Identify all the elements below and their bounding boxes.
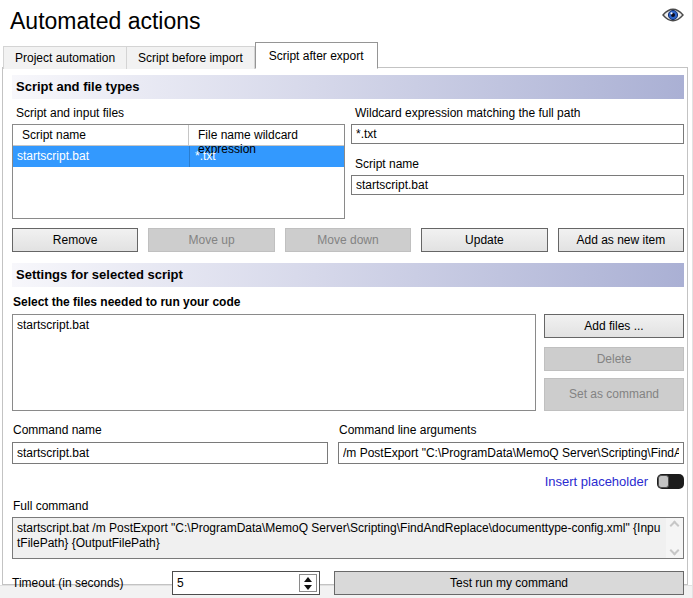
section-header-script-file-types: Script and file types bbox=[12, 75, 684, 99]
files-button-column: Add files ... Delete Set as command bbox=[544, 314, 684, 411]
timeout-input[interactable] bbox=[173, 572, 319, 594]
files-needed-label: Select the files needed to run your code bbox=[13, 295, 684, 309]
full-command-box: startscript.bat /m PostExport "C:\Progra… bbox=[12, 517, 684, 559]
update-button[interactable]: Update bbox=[421, 228, 547, 252]
script-input-files-label: Script and input files bbox=[16, 106, 345, 120]
script-files-listbox[interactable]: startscript.bat bbox=[12, 314, 536, 411]
spinner-buttons bbox=[299, 574, 317, 592]
table-row[interactable]: startscript.bat *.txt bbox=[13, 146, 344, 167]
tab-project-automation[interactable]: Project automation bbox=[3, 46, 127, 69]
scroll-up-icon[interactable] bbox=[670, 521, 680, 531]
insert-placeholder-link[interactable]: Insert placeholder bbox=[545, 474, 648, 489]
full-command-text: startscript.bat /m PostExport "C:\Progra… bbox=[13, 518, 666, 558]
delete-button[interactable]: Delete bbox=[544, 347, 684, 371]
set-as-command-button[interactable]: Set as command bbox=[544, 378, 684, 411]
timeout-label: Timeout (in seconds) bbox=[12, 576, 172, 590]
script-files-table[interactable]: Script name File name wildcard expressio… bbox=[12, 124, 345, 219]
column-header-script-name[interactable]: Script name bbox=[13, 125, 189, 145]
command-line-arguments-label: Command line arguments bbox=[339, 423, 684, 437]
move-up-button[interactable]: Move up bbox=[148, 228, 274, 252]
full-command-label: Full command bbox=[13, 499, 684, 513]
command-name-input[interactable] bbox=[12, 442, 328, 464]
list-item[interactable]: startscript.bat bbox=[16, 317, 532, 333]
tab-page: Script and file types Script and input f… bbox=[2, 67, 688, 585]
spin-down-button[interactable] bbox=[300, 583, 316, 591]
script-name-label: Script name bbox=[355, 157, 684, 171]
wildcard-expression-input[interactable] bbox=[351, 124, 684, 144]
move-down-button[interactable]: Move down bbox=[285, 228, 411, 252]
cell-script-name: startscript.bat bbox=[13, 146, 189, 167]
script-name-input[interactable] bbox=[351, 175, 684, 195]
tab-script-before-import[interactable]: Script before import bbox=[127, 46, 255, 69]
up-arrow-icon bbox=[304, 577, 312, 582]
table-header-row: Script name File name wildcard expressio… bbox=[13, 125, 344, 146]
command-line-arguments-input[interactable] bbox=[338, 442, 684, 464]
command-name-label: Command name bbox=[13, 423, 328, 437]
scroll-down-icon[interactable] bbox=[670, 546, 680, 556]
timeout-spinner[interactable] bbox=[172, 571, 320, 595]
test-run-command-button[interactable]: Test run my command bbox=[334, 571, 684, 595]
tab-script-after-export[interactable]: Script after export bbox=[255, 42, 378, 69]
eye-icon[interactable] bbox=[662, 7, 684, 23]
insert-placeholder-toggle[interactable] bbox=[657, 474, 684, 489]
toggle-knob bbox=[658, 475, 669, 488]
full-command-scrollbar[interactable] bbox=[666, 518, 683, 558]
add-files-button[interactable]: Add files ... bbox=[544, 314, 684, 338]
down-arrow-icon bbox=[304, 585, 312, 590]
wildcard-expression-label: Wildcard expression matching the full pa… bbox=[355, 106, 684, 120]
remove-button[interactable]: Remove bbox=[12, 228, 138, 252]
table-button-row: Remove Move up Move down Update Add as n… bbox=[12, 228, 684, 252]
section-header-settings: Settings for selected script bbox=[12, 263, 684, 287]
add-as-new-item-button[interactable]: Add as new item bbox=[558, 228, 684, 252]
column-header-wildcard[interactable]: File name wildcard expression bbox=[189, 125, 344, 145]
title-bar: Automated actions bbox=[0, 0, 692, 42]
page-title: Automated actions bbox=[10, 8, 682, 35]
spin-up-button[interactable] bbox=[300, 575, 316, 583]
cell-wildcard: *.txt bbox=[189, 146, 344, 167]
tab-strip: Project automation Script before import … bbox=[0, 42, 692, 68]
